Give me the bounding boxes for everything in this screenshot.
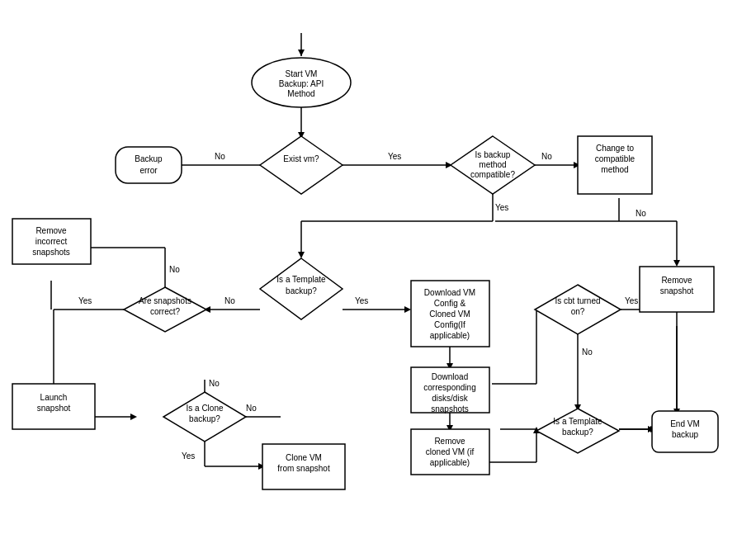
svg-text:Is a Template: Is a Template xyxy=(276,275,326,284)
svg-text:disks/disk: disks/disk xyxy=(432,394,468,403)
svg-marker-36 xyxy=(130,414,137,420)
svg-text:No: No xyxy=(636,209,646,218)
svg-text:Config &: Config & xyxy=(434,299,466,308)
svg-text:Yes: Yes xyxy=(78,296,92,305)
svg-text:Is backup: Is backup xyxy=(475,150,511,159)
svg-text:Yes: Yes xyxy=(625,296,638,305)
svg-text:No: No xyxy=(215,152,225,161)
svg-text:backup?: backup? xyxy=(189,414,220,423)
svg-text:backup: backup xyxy=(672,430,699,439)
svg-text:correct?: correct? xyxy=(150,307,181,316)
svg-text:applicable): applicable) xyxy=(430,458,470,467)
svg-text:Method: Method xyxy=(287,89,314,98)
svg-text:error: error xyxy=(139,166,158,175)
svg-text:snapshots: snapshots xyxy=(32,248,70,257)
svg-text:backup?: backup? xyxy=(286,286,317,295)
svg-text:Backup: API: Backup: API xyxy=(279,79,324,88)
svg-text:backup?: backup? xyxy=(562,428,593,437)
svg-text:Is a Clone: Is a Clone xyxy=(186,404,223,413)
svg-text:applicable): applicable) xyxy=(430,331,470,340)
svg-text:No: No xyxy=(246,404,257,413)
svg-text:method: method xyxy=(479,160,506,169)
svg-text:Start VM: Start VM xyxy=(286,69,318,78)
svg-text:Download VM: Download VM xyxy=(424,288,475,297)
svg-text:Backup: Backup xyxy=(135,154,163,163)
svg-text:snapshot: snapshot xyxy=(37,404,71,413)
svg-text:No: No xyxy=(541,152,552,161)
svg-text:snapshot: snapshot xyxy=(660,286,694,295)
svg-text:Remove: Remove xyxy=(35,226,67,235)
svg-text:Yes: Yes xyxy=(388,152,401,161)
svg-text:cloned VM (if: cloned VM (if xyxy=(426,447,475,456)
svg-text:Download: Download xyxy=(432,372,468,381)
svg-text:Remove: Remove xyxy=(661,276,692,285)
svg-text:from snapshot: from snapshot xyxy=(277,464,330,473)
svg-text:No: No xyxy=(224,296,235,305)
svg-text:Is cbt turned: Is cbt turned xyxy=(555,296,600,305)
svg-text:Is a Template: Is a Template xyxy=(553,417,602,426)
svg-text:Clone VM: Clone VM xyxy=(286,453,322,462)
svg-text:Are snapshots: Are snapshots xyxy=(139,296,191,305)
svg-text:compatible: compatible xyxy=(595,154,636,163)
svg-text:Remove: Remove xyxy=(434,437,465,446)
svg-text:Cloned VM: Cloned VM xyxy=(429,310,470,319)
svg-text:Yes: Yes xyxy=(495,203,508,212)
svg-text:End VM: End VM xyxy=(670,419,700,428)
svg-rect-78 xyxy=(116,147,182,183)
svg-text:No: No xyxy=(582,347,593,357)
svg-text:No: No xyxy=(209,379,220,388)
svg-marker-68 xyxy=(673,260,680,267)
svg-text:on?: on? xyxy=(571,307,585,316)
svg-text:Exist vm?: Exist vm? xyxy=(283,154,319,163)
svg-marker-23 xyxy=(404,306,411,313)
flowchart-container: No Yes No Yes No Yes No Yes No Yes xyxy=(0,0,756,553)
svg-text:No: No xyxy=(169,265,180,274)
svg-text:method: method xyxy=(601,165,628,174)
svg-text:compatible?: compatible? xyxy=(470,170,515,179)
svg-text:corresponding: corresponding xyxy=(423,383,475,392)
svg-text:Config(If: Config(If xyxy=(434,320,465,329)
svg-marker-81 xyxy=(260,136,343,194)
svg-text:Change to: Change to xyxy=(596,144,635,153)
svg-text:Launch: Launch xyxy=(40,393,68,402)
svg-text:Yes: Yes xyxy=(355,296,368,305)
svg-marker-18 xyxy=(298,252,305,258)
svg-text:incorrect: incorrect xyxy=(35,237,68,246)
svg-text:Yes: Yes xyxy=(182,451,195,461)
svg-text:snapshots: snapshots xyxy=(431,404,469,414)
